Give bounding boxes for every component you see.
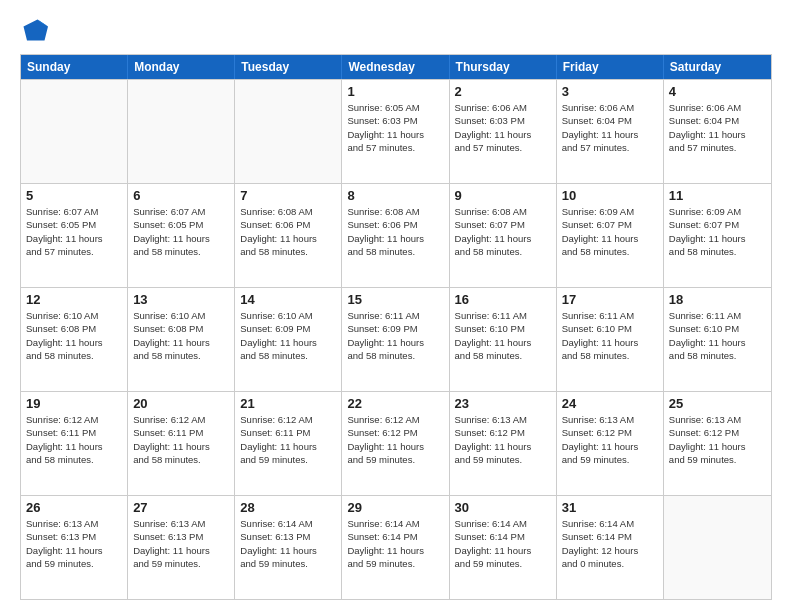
day-number: 19 <box>26 396 122 411</box>
day-info: Sunrise: 6:06 AM Sunset: 6:04 PM Dayligh… <box>562 101 658 154</box>
weekday-header: Friday <box>557 55 664 79</box>
day-info: Sunrise: 6:11 AM Sunset: 6:10 PM Dayligh… <box>669 309 766 362</box>
day-number: 6 <box>133 188 229 203</box>
day-number: 18 <box>669 292 766 307</box>
calendar-cell: 31Sunrise: 6:14 AM Sunset: 6:14 PM Dayli… <box>557 496 664 599</box>
calendar-cell: 18Sunrise: 6:11 AM Sunset: 6:10 PM Dayli… <box>664 288 771 391</box>
calendar-cell: 1Sunrise: 6:05 AM Sunset: 6:03 PM Daylig… <box>342 80 449 183</box>
svg-marker-0 <box>24 20 49 41</box>
calendar-cell: 29Sunrise: 6:14 AM Sunset: 6:14 PM Dayli… <box>342 496 449 599</box>
calendar-cell: 5Sunrise: 6:07 AM Sunset: 6:05 PM Daylig… <box>21 184 128 287</box>
day-number: 10 <box>562 188 658 203</box>
day-info: Sunrise: 6:06 AM Sunset: 6:04 PM Dayligh… <box>669 101 766 154</box>
day-info: Sunrise: 6:07 AM Sunset: 6:05 PM Dayligh… <box>26 205 122 258</box>
calendar-cell: 25Sunrise: 6:13 AM Sunset: 6:12 PM Dayli… <box>664 392 771 495</box>
calendar-cell: 8Sunrise: 6:08 AM Sunset: 6:06 PM Daylig… <box>342 184 449 287</box>
calendar-cell: 11Sunrise: 6:09 AM Sunset: 6:07 PM Dayli… <box>664 184 771 287</box>
calendar-cell <box>21 80 128 183</box>
day-number: 9 <box>455 188 551 203</box>
day-info: Sunrise: 6:13 AM Sunset: 6:12 PM Dayligh… <box>455 413 551 466</box>
day-number: 23 <box>455 396 551 411</box>
day-info: Sunrise: 6:14 AM Sunset: 6:13 PM Dayligh… <box>240 517 336 570</box>
day-info: Sunrise: 6:10 AM Sunset: 6:09 PM Dayligh… <box>240 309 336 362</box>
day-number: 7 <box>240 188 336 203</box>
day-number: 8 <box>347 188 443 203</box>
calendar-cell: 4Sunrise: 6:06 AM Sunset: 6:04 PM Daylig… <box>664 80 771 183</box>
page: SundayMondayTuesdayWednesdayThursdayFrid… <box>0 0 792 612</box>
calendar-cell: 20Sunrise: 6:12 AM Sunset: 6:11 PM Dayli… <box>128 392 235 495</box>
calendar-cell: 27Sunrise: 6:13 AM Sunset: 6:13 PM Dayli… <box>128 496 235 599</box>
weekday-header: Saturday <box>664 55 771 79</box>
calendar-cell: 24Sunrise: 6:13 AM Sunset: 6:12 PM Dayli… <box>557 392 664 495</box>
weekday-header: Tuesday <box>235 55 342 79</box>
day-number: 5 <box>26 188 122 203</box>
day-number: 20 <box>133 396 229 411</box>
day-info: Sunrise: 6:10 AM Sunset: 6:08 PM Dayligh… <box>26 309 122 362</box>
day-number: 2 <box>455 84 551 99</box>
calendar-cell <box>664 496 771 599</box>
day-number: 29 <box>347 500 443 515</box>
day-info: Sunrise: 6:08 AM Sunset: 6:07 PM Dayligh… <box>455 205 551 258</box>
day-info: Sunrise: 6:13 AM Sunset: 6:12 PM Dayligh… <box>669 413 766 466</box>
calendar-cell: 23Sunrise: 6:13 AM Sunset: 6:12 PM Dayli… <box>450 392 557 495</box>
day-number: 25 <box>669 396 766 411</box>
day-info: Sunrise: 6:06 AM Sunset: 6:03 PM Dayligh… <box>455 101 551 154</box>
calendar-cell: 3Sunrise: 6:06 AM Sunset: 6:04 PM Daylig… <box>557 80 664 183</box>
calendar-cell: 7Sunrise: 6:08 AM Sunset: 6:06 PM Daylig… <box>235 184 342 287</box>
day-info: Sunrise: 6:07 AM Sunset: 6:05 PM Dayligh… <box>133 205 229 258</box>
calendar-cell: 9Sunrise: 6:08 AM Sunset: 6:07 PM Daylig… <box>450 184 557 287</box>
day-info: Sunrise: 6:12 AM Sunset: 6:11 PM Dayligh… <box>26 413 122 466</box>
day-info: Sunrise: 6:13 AM Sunset: 6:12 PM Dayligh… <box>562 413 658 466</box>
calendar-body: 1Sunrise: 6:05 AM Sunset: 6:03 PM Daylig… <box>21 79 771 599</box>
calendar-row: 12Sunrise: 6:10 AM Sunset: 6:08 PM Dayli… <box>21 287 771 391</box>
calendar: SundayMondayTuesdayWednesdayThursdayFrid… <box>20 54 772 600</box>
calendar-cell: 15Sunrise: 6:11 AM Sunset: 6:09 PM Dayli… <box>342 288 449 391</box>
calendar-row: 1Sunrise: 6:05 AM Sunset: 6:03 PM Daylig… <box>21 79 771 183</box>
calendar-cell: 26Sunrise: 6:13 AM Sunset: 6:13 PM Dayli… <box>21 496 128 599</box>
day-number: 16 <box>455 292 551 307</box>
day-number: 11 <box>669 188 766 203</box>
day-number: 30 <box>455 500 551 515</box>
calendar-cell <box>128 80 235 183</box>
weekday-header: Thursday <box>450 55 557 79</box>
day-info: Sunrise: 6:09 AM Sunset: 6:07 PM Dayligh… <box>669 205 766 258</box>
day-info: Sunrise: 6:08 AM Sunset: 6:06 PM Dayligh… <box>240 205 336 258</box>
day-info: Sunrise: 6:08 AM Sunset: 6:06 PM Dayligh… <box>347 205 443 258</box>
day-info: Sunrise: 6:12 AM Sunset: 6:11 PM Dayligh… <box>240 413 336 466</box>
day-info: Sunrise: 6:14 AM Sunset: 6:14 PM Dayligh… <box>455 517 551 570</box>
calendar-cell <box>235 80 342 183</box>
day-info: Sunrise: 6:11 AM Sunset: 6:10 PM Dayligh… <box>562 309 658 362</box>
calendar-cell: 6Sunrise: 6:07 AM Sunset: 6:05 PM Daylig… <box>128 184 235 287</box>
day-number: 21 <box>240 396 336 411</box>
calendar-row: 26Sunrise: 6:13 AM Sunset: 6:13 PM Dayli… <box>21 495 771 599</box>
weekday-header: Sunday <box>21 55 128 79</box>
calendar-cell: 2Sunrise: 6:06 AM Sunset: 6:03 PM Daylig… <box>450 80 557 183</box>
day-info: Sunrise: 6:13 AM Sunset: 6:13 PM Dayligh… <box>133 517 229 570</box>
day-number: 17 <box>562 292 658 307</box>
calendar-cell: 22Sunrise: 6:12 AM Sunset: 6:12 PM Dayli… <box>342 392 449 495</box>
weekday-header: Monday <box>128 55 235 79</box>
day-number: 27 <box>133 500 229 515</box>
calendar-cell: 30Sunrise: 6:14 AM Sunset: 6:14 PM Dayli… <box>450 496 557 599</box>
calendar-cell: 16Sunrise: 6:11 AM Sunset: 6:10 PM Dayli… <box>450 288 557 391</box>
logo-icon <box>20 16 48 44</box>
day-number: 1 <box>347 84 443 99</box>
day-info: Sunrise: 6:14 AM Sunset: 6:14 PM Dayligh… <box>562 517 658 570</box>
day-number: 22 <box>347 396 443 411</box>
weekday-header: Wednesday <box>342 55 449 79</box>
header <box>20 16 772 44</box>
calendar-cell: 19Sunrise: 6:12 AM Sunset: 6:11 PM Dayli… <box>21 392 128 495</box>
day-info: Sunrise: 6:14 AM Sunset: 6:14 PM Dayligh… <box>347 517 443 570</box>
day-number: 12 <box>26 292 122 307</box>
calendar-cell: 21Sunrise: 6:12 AM Sunset: 6:11 PM Dayli… <box>235 392 342 495</box>
day-info: Sunrise: 6:10 AM Sunset: 6:08 PM Dayligh… <box>133 309 229 362</box>
day-number: 26 <box>26 500 122 515</box>
day-number: 24 <box>562 396 658 411</box>
day-info: Sunrise: 6:11 AM Sunset: 6:09 PM Dayligh… <box>347 309 443 362</box>
calendar-header: SundayMondayTuesdayWednesdayThursdayFrid… <box>21 55 771 79</box>
day-number: 3 <box>562 84 658 99</box>
logo <box>20 16 52 44</box>
day-number: 28 <box>240 500 336 515</box>
day-number: 14 <box>240 292 336 307</box>
calendar-cell: 10Sunrise: 6:09 AM Sunset: 6:07 PM Dayli… <box>557 184 664 287</box>
